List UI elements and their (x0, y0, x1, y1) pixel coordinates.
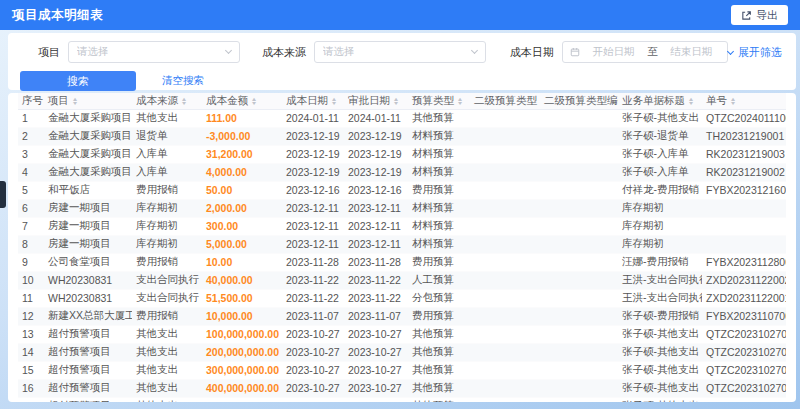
cell-cost-amount: 2,000.00 (202, 199, 282, 217)
column-header-approval-date[interactable]: 审批日期▲▼ (344, 93, 408, 109)
sort-icon[interactable]: ▲▼ (730, 97, 736, 105)
table-row: 15超付预警项目其他支出300,000,000.002023-10-272023… (18, 361, 786, 379)
cell-cost-source: 库存期初 (132, 217, 202, 235)
filter-panel: 项目 请选择 成本来源 请选择 成本日期 开始日期 至 结束日期 展开筛选 搜索 (8, 33, 796, 90)
cell-sub-budget-type-code (540, 235, 618, 253)
cell-budget-type: 材料预算 (408, 163, 470, 181)
chevron-down-icon (225, 47, 232, 54)
cell-project: 新建XX总部大厦工程二期 (44, 307, 132, 325)
cell-doc-title: 库存期初 (618, 217, 702, 235)
cost-source-filter-label: 成本来源 (262, 45, 306, 60)
export-icon (741, 10, 752, 21)
column-header-sub-budget-type[interactable]: 二级预算类型▲▼ (470, 93, 540, 109)
column-header-cost-date[interactable]: 成本日期▲▼ (282, 93, 344, 109)
cost-source-select[interactable]: 请选择 (314, 41, 486, 63)
column-header-budget-type[interactable]: 预算类型▲▼ (408, 93, 470, 109)
column-header-project[interactable]: 项目▲▼ (44, 93, 132, 109)
cell-approval-date: 2023-12-19 (344, 145, 408, 163)
cell-project: 超付预警项目 (44, 397, 132, 402)
top-header-bar: 项目成本明细表 导出 (0, 0, 800, 30)
cost-date-filter-label: 成本日期 (510, 45, 554, 60)
table-row: 5和平饭店费用报销50.002023-12-162023-12-16费用预算付祥… (18, 181, 786, 199)
cell-cost-source: 库存期初 (132, 199, 202, 217)
column-label: 二级预算类型 (474, 94, 537, 106)
sort-icon[interactable]: ▲▼ (393, 97, 399, 105)
export-button[interactable]: 导出 (731, 5, 788, 25)
cell-budget-type: 材料预算 (408, 199, 470, 217)
cell-budget-type: 材料预算 (408, 235, 470, 253)
calendar-icon (570, 47, 580, 57)
cell-cost-amount: 51,500.00 (202, 289, 282, 307)
search-button[interactable]: 搜索 (20, 71, 136, 91)
column-header-cost-amount[interactable]: 成本金额▲▼ (202, 93, 282, 109)
column-header-doc-title[interactable]: 业务单据标题▲▼ (618, 93, 702, 109)
cell-cost-amount: 40,000.00 (202, 271, 282, 289)
cell-cost-source: 其他支出 (132, 109, 202, 127)
sort-icon[interactable]: ▲▼ (457, 97, 463, 105)
cell-budget-type: 材料预算 (408, 145, 470, 163)
project-filter-label: 项目 (38, 45, 60, 60)
sort-icon[interactable]: ▲▼ (251, 97, 257, 105)
sort-icon[interactable]: ▲▼ (688, 97, 694, 105)
cost-date-range-picker[interactable]: 开始日期 至 结束日期 (562, 41, 728, 63)
table-row: 1金融大厦采购项目其他支出111.002024-01-112024-01-11其… (18, 109, 786, 127)
table-row: 16超付预警项目其他支出400,000,000.002023-10-272023… (18, 379, 786, 397)
cell-cost-date: 2023-12-11 (282, 235, 344, 253)
cell-project: 超付预警项目 (44, 343, 132, 361)
page-title: 项目成本明细表 (12, 7, 103, 24)
table-row: 13超付预警项目其他支出100,000,000.002023-10-272023… (18, 325, 786, 343)
cell-cost-amount: 500,000,000.00 (202, 397, 282, 402)
cell-approval-date: 2023-11-28 (344, 253, 408, 271)
cell-cost-source: 费用报销 (132, 307, 202, 325)
cell-doc-title: 张子硕-其他支出 (618, 343, 702, 361)
cell-sub-budget-type (470, 397, 540, 402)
collapsed-side-panel-handle[interactable] (0, 181, 6, 208)
cell-cost-date: 2023-12-19 (282, 163, 344, 181)
cell-doc-title: 张子硕-入库单 (618, 163, 702, 181)
cell-cost-amount: 5,000.00 (202, 235, 282, 253)
start-date-input[interactable]: 开始日期 (585, 45, 642, 59)
table-row: 4金融大厦采购项目入库单4,000.002023-12-192023-12-19… (18, 163, 786, 181)
cell-budget-type: 其他预算 (408, 361, 470, 379)
cell-cost-date: 2024-01-11 (282, 109, 344, 127)
column-header-sub-budget-type-code[interactable]: 二级预算类型编码▲▼ (540, 93, 618, 109)
column-header-cost-source[interactable]: 成本来源▲▼ (132, 93, 202, 109)
cell-sub-budget-type (470, 199, 540, 217)
cell-project: 房建一期项目 (44, 235, 132, 253)
cell-sub-budget-type (470, 127, 540, 145)
end-date-input[interactable]: 结束日期 (663, 45, 720, 59)
cell-budget-type: 分包预算 (408, 289, 470, 307)
clear-search-button[interactable]: 清空搜索 (162, 74, 204, 88)
cell-index: 17 (18, 397, 44, 402)
column-header-doc-no[interactable]: 单号▲▼ (702, 93, 786, 109)
cell-doc-title: 王洪-支出合同执行 (618, 289, 702, 307)
column-label: 项目 (48, 94, 69, 106)
cell-approval-date: 2023-12-16 (344, 181, 408, 199)
cell-budget-type: 其他预算 (408, 325, 470, 343)
sort-icon[interactable]: ▲▼ (331, 97, 337, 105)
cell-cost-source: 库存期初 (132, 235, 202, 253)
cell-doc-title: 张子硕-其他支出 (618, 397, 702, 402)
sort-icon[interactable]: ▲▼ (72, 97, 78, 105)
cell-budget-type: 其他预算 (408, 397, 470, 402)
cell-cost-amount: -3,000.00 (202, 127, 282, 145)
cell-doc-title: 库存期初 (618, 235, 702, 253)
cell-approval-date: 2023-11-07 (344, 307, 408, 325)
cell-sub-budget-type-code (540, 379, 618, 397)
project-select[interactable]: 请选择 (68, 41, 240, 63)
cell-sub-budget-type-code (540, 361, 618, 379)
cell-index: 4 (18, 163, 44, 181)
cell-sub-budget-type (470, 325, 540, 343)
cell-doc-no: QTZC20231027002 (702, 343, 786, 361)
cell-sub-budget-type (470, 181, 540, 199)
sort-icon[interactable]: ▲▼ (181, 97, 187, 105)
filter-actions-row: 搜索 清空搜索 (20, 71, 784, 91)
cell-cost-date: 2023-12-19 (282, 145, 344, 163)
expand-filters-link[interactable]: 展开筛选 (728, 45, 782, 60)
cell-doc-no: FYBX20231107001 (702, 307, 786, 325)
cost-table-card: 序号项目▲▼成本来源▲▼成本金额▲▼成本日期▲▼审批日期▲▼预算类型▲▼二级预算… (8, 93, 796, 402)
cell-approval-date: 2023-12-11 (344, 199, 408, 217)
cell-approval-date: 2023-10-27 (344, 361, 408, 379)
cell-approval-date: 2023-10-27 (344, 379, 408, 397)
cell-budget-type: 费用预算 (408, 253, 470, 271)
